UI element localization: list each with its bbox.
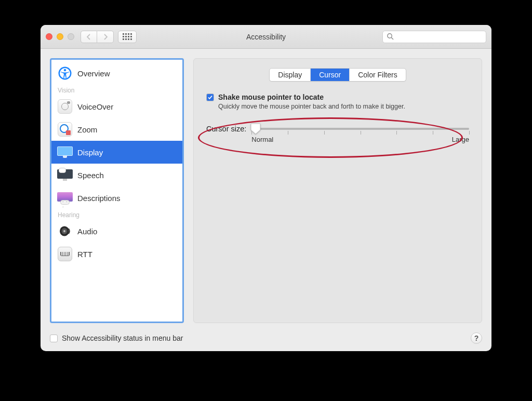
- cursor-size-slider[interactable]: Normal Large: [251, 125, 469, 143]
- chevron-left-icon: [86, 34, 91, 40]
- voiceover-icon: [58, 99, 72, 114]
- sidebar-item-overview[interactable]: Overview: [51, 62, 182, 85]
- titlebar: Accessibility: [41, 25, 491, 49]
- help-button[interactable]: ?: [471, 332, 482, 344]
- option-shake: Shake mouse pointer to locate Quickly mo…: [206, 93, 469, 111]
- sidebar[interactable]: Overview Vision VoiceOver Zoom Display S…: [50, 58, 184, 323]
- zoom-icon: [58, 122, 72, 137]
- show-status-checkbox[interactable]: [50, 335, 58, 342]
- sidebar-item-label: Zoom: [77, 125, 97, 134]
- close-button[interactable]: [46, 33, 52, 40]
- content-panel: Display Cursor Color Filters Shake mouse…: [193, 58, 482, 323]
- search-wrap: [382, 31, 486, 43]
- sidebar-item-zoom[interactable]: Zoom: [51, 118, 182, 141]
- sidebar-item-descriptions[interactable]: Descriptions: [51, 186, 182, 209]
- window-controls: [46, 33, 74, 40]
- sidebar-item-display[interactable]: Display: [51, 141, 182, 164]
- audio-icon: [58, 224, 72, 238]
- rtt-icon: [58, 247, 72, 261]
- footer: Show Accessibility status in menu bar ?: [41, 332, 491, 351]
- sidebar-item-audio[interactable]: Audio: [51, 220, 182, 243]
- sidebar-section-vision: Vision: [51, 85, 182, 95]
- svg-point-0: [388, 33, 392, 37]
- nav-group: [81, 31, 114, 43]
- descriptions-icon: [58, 191, 72, 205]
- zoom-button[interactable]: [68, 33, 74, 40]
- accessibility-icon: [58, 66, 72, 81]
- chevron-right-icon: [103, 34, 108, 40]
- search-input[interactable]: [382, 31, 486, 43]
- sidebar-item-speech[interactable]: Speech: [51, 164, 182, 186]
- show-status-label: Show Accessibility status in menu bar: [62, 334, 183, 342]
- forward-button[interactable]: [97, 31, 114, 43]
- sidebar-item-label: VoiceOver: [77, 102, 113, 111]
- accessibility-window: Accessibility Overview Vision VoiceOver: [41, 25, 491, 351]
- shake-checkbox[interactable]: [206, 93, 214, 101]
- shake-title: Shake mouse pointer to locate: [218, 93, 324, 101]
- sidebar-item-label: Display: [77, 148, 103, 157]
- back-button[interactable]: [81, 31, 97, 43]
- sidebar-section-hearing: Hearing: [51, 209, 182, 220]
- tab-color-filters[interactable]: Color Filters: [350, 69, 405, 81]
- minimize-button[interactable]: [57, 33, 63, 40]
- display-icon: [58, 145, 72, 159]
- svg-point-7: [63, 230, 65, 232]
- cursor-size-row: Cursor size: Normal Large: [206, 125, 469, 143]
- shake-desc: Quickly move the mouse pointer back and …: [218, 102, 447, 111]
- tab-cursor[interactable]: Cursor: [311, 69, 350, 81]
- body: Overview Vision VoiceOver Zoom Display S…: [41, 49, 491, 332]
- sidebar-item-label: Descriptions: [77, 194, 121, 203]
- search-icon: [387, 33, 394, 42]
- sidebar-item-label: Audio: [77, 227, 97, 236]
- sidebar-item-label: RTT: [77, 250, 92, 259]
- slider-ticks: [251, 131, 469, 135]
- grid-icon: [123, 33, 132, 40]
- checkmark-icon: [207, 95, 213, 100]
- speech-icon: [58, 168, 72, 182]
- cursor-size-label: Cursor size:: [206, 125, 246, 133]
- sidebar-item-label: Speech: [77, 171, 104, 180]
- tab-display[interactable]: Display: [270, 69, 311, 81]
- svg-point-4: [64, 69, 66, 72]
- svg-line-1: [391, 37, 393, 39]
- show-all-button[interactable]: [118, 31, 137, 43]
- slider-min-label: Normal: [251, 136, 273, 143]
- sidebar-item-label: Overview: [77, 69, 110, 78]
- sidebar-item-rtt[interactable]: RTT: [51, 243, 182, 265]
- tab-control: Display Cursor Color Filters: [269, 68, 406, 82]
- slider-max-label: Large: [452, 136, 469, 143]
- sidebar-item-voiceover[interactable]: VoiceOver: [51, 95, 182, 118]
